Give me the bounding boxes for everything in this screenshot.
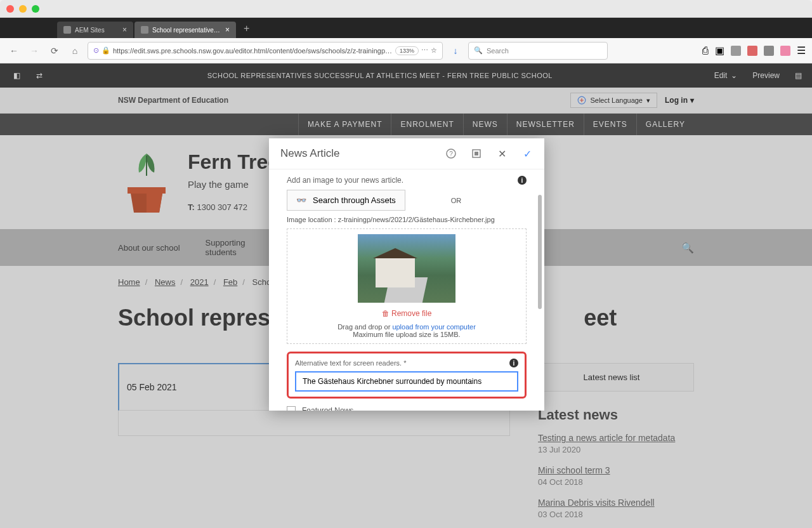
close-icon[interactable]: ✕ — [496, 148, 508, 159]
svg-rect-5 — [475, 152, 478, 155]
image-dropzone[interactable]: 🗑 Remove file Drag and drop or upload fr… — [287, 228, 527, 344]
max-size-label: Maximum file upload size is 15MB. — [292, 331, 521, 338]
url-text: https://edit.sws.pre.schools.nsw.gov.au/… — [113, 47, 393, 55]
magnifier-icon: 🔍 — [474, 46, 483, 55]
search-icon[interactable]: 🔍 — [681, 242, 694, 254]
confirm-icon[interactable]: ✓ — [521, 148, 533, 159]
sidebar: Latest news list Latest news Testing a n… — [529, 363, 694, 528]
preview-button[interactable]: Preview — [752, 71, 780, 80]
featured-news-row: Featured News — [287, 406, 527, 411]
search-assets-button[interactable]: 👓 Search through Assets — [287, 190, 405, 211]
close-window-button[interactable] — [6, 5, 14, 13]
empty-component-slot[interactable] — [118, 411, 510, 436]
nav-news[interactable]: NEWS — [463, 114, 507, 135]
tab-close-icon[interactable]: × — [225, 25, 230, 34]
featured-label: Featured News — [302, 406, 353, 411]
url-bar[interactable]: ⊙ 🔒 https://edit.sws.pre.schools.nsw.gov… — [88, 42, 443, 60]
tab-close-icon[interactable]: × — [122, 25, 127, 34]
search-placeholder: Search — [487, 47, 509, 55]
dialog-header: News Article ? ✕ ✓ — [269, 138, 544, 169]
news-link[interactable]: Mini school term 3 — [538, 465, 610, 475]
page-properties-icon[interactable]: ▤ — [795, 71, 802, 80]
edit-label: Edit — [714, 71, 728, 80]
nav-supporting[interactable]: Supporting students — [206, 238, 246, 257]
browser-search[interactable]: 🔍 Search — [468, 42, 608, 60]
news-item: Testing a news article for metadata 13 J… — [529, 432, 694, 465]
reader-icon[interactable]: ⋯ — [421, 46, 428, 55]
department-label: NSW Department of Education — [118, 96, 228, 105]
nav-gallery[interactable]: GALLERY — [636, 114, 694, 135]
bc-month[interactable]: Feb — [223, 277, 237, 287]
new-tab-button[interactable]: + — [237, 19, 256, 38]
news-item: Mini school term 3 04 Oct 2018 — [529, 465, 694, 497]
edit-mode-dropdown[interactable]: Edit ⌄ — [714, 71, 738, 80]
leaf-icon — [128, 150, 166, 182]
info-icon[interactable]: i — [509, 359, 518, 367]
extension-icon[interactable] — [764, 46, 774, 56]
image-preview — [358, 234, 455, 303]
extension-icon[interactable] — [731, 46, 741, 56]
reload-button[interactable]: ⟳ — [47, 43, 62, 58]
svg-rect-1 — [128, 187, 166, 194]
nav-newsletter[interactable]: NEWSLETTER — [507, 114, 584, 135]
add-image-label: Add an image to your news article. i — [287, 176, 527, 185]
top-utility-strip: NSW Department of Education Select Langu… — [0, 88, 812, 114]
extension-icon[interactable] — [747, 46, 757, 56]
news-link[interactable]: Marina Debris visits Rivendell — [538, 498, 655, 508]
news-link[interactable]: Testing a news article for metadata — [538, 433, 675, 443]
info-icon[interactable]: i — [518, 176, 527, 185]
minimize-window-button[interactable] — [19, 5, 27, 13]
language-selector[interactable]: Select Language ▾ — [570, 93, 657, 108]
featured-checkbox[interactable] — [287, 406, 296, 411]
menu-icon[interactable]: ☰ — [797, 44, 806, 56]
maximize-window-button[interactable] — [32, 5, 39, 13]
news-item: Marina Debris visits Rivendell 03 Oct 20… — [529, 497, 694, 528]
upload-link[interactable]: upload from your computer — [392, 323, 475, 331]
shield-icon: ⊙ — [93, 46, 99, 55]
tab-title: AEM Sites — [75, 27, 119, 34]
latest-news-header: Latest news list — [529, 363, 694, 392]
forward-button[interactable]: → — [27, 43, 42, 58]
remove-file-link[interactable]: 🗑 Remove file — [292, 309, 521, 318]
news-date: 03 Oct 2018 — [538, 510, 685, 519]
browser-navbar: ← → ⟳ ⌂ ⊙ 🔒 https://edit.sws.pre.schools… — [0, 38, 812, 63]
tab-favicon — [63, 26, 71, 34]
nav-about[interactable]: About our school — [118, 243, 180, 253]
chevron-down-icon: ▾ — [690, 96, 694, 105]
navbar-extensions: ⎙ ▣ ☰ — [702, 44, 806, 56]
bc-news[interactable]: News — [155, 277, 176, 287]
bc-home[interactable]: Home — [118, 277, 140, 287]
nav-enrolment[interactable]: ENROLMENT — [391, 114, 462, 135]
star-icon[interactable]: ☆ — [431, 46, 437, 55]
image-location: Image location : z-trainingp/news/2021/2… — [287, 216, 527, 223]
adjust-icon[interactable]: ⇄ — [33, 69, 46, 82]
drag-drop-hint: Drag and drop or upload from your comput… — [292, 323, 521, 331]
sidebar-icon[interactable]: ▣ — [715, 44, 724, 56]
zoom-badge[interactable]: 133% — [395, 46, 419, 55]
google-icon — [577, 96, 586, 105]
back-button[interactable]: ← — [6, 43, 22, 58]
pot-icon — [124, 182, 169, 214]
news-date: 04 Oct 2018 — [538, 477, 685, 487]
home-button[interactable]: ⌂ — [67, 43, 82, 58]
tab-current-page[interactable]: School representatives success… × — [134, 22, 236, 38]
dialog-body: Add an image to your news article. i 👓 S… — [269, 169, 544, 411]
extension-icon[interactable] — [780, 46, 790, 56]
panel-toggle-icon[interactable]: ◧ — [10, 69, 23, 82]
login-link[interactable]: Log in ▾ — [665, 96, 694, 105]
browser-tabs: AEM Sites × School representatives succe… — [0, 18, 812, 38]
lock-icon: 🔒 — [102, 46, 110, 55]
tab-aem-sites[interactable]: AEM Sites × — [57, 22, 133, 38]
or-label: OR — [451, 197, 462, 204]
bc-year[interactable]: 2021 — [190, 277, 209, 287]
download-icon[interactable]: ↓ — [448, 43, 463, 58]
dialog-scrollbar-thumb[interactable] — [538, 195, 542, 309]
library-icon[interactable]: ⎙ — [702, 45, 709, 56]
utility-nav: MAKE A PAYMENT ENROLMENT NEWS NEWSLETTER… — [0, 114, 812, 135]
fullscreen-icon[interactable] — [471, 148, 482, 159]
alt-text-input[interactable] — [295, 371, 518, 392]
nav-make-payment[interactable]: MAKE A PAYMENT — [298, 114, 391, 135]
help-icon[interactable]: ? — [445, 148, 457, 159]
aem-toolbar: ◧ ⇄ SCHOOL REPRESENTATIVES SUCCESSFUL AT… — [0, 63, 812, 88]
nav-events[interactable]: EVENTS — [584, 114, 636, 135]
